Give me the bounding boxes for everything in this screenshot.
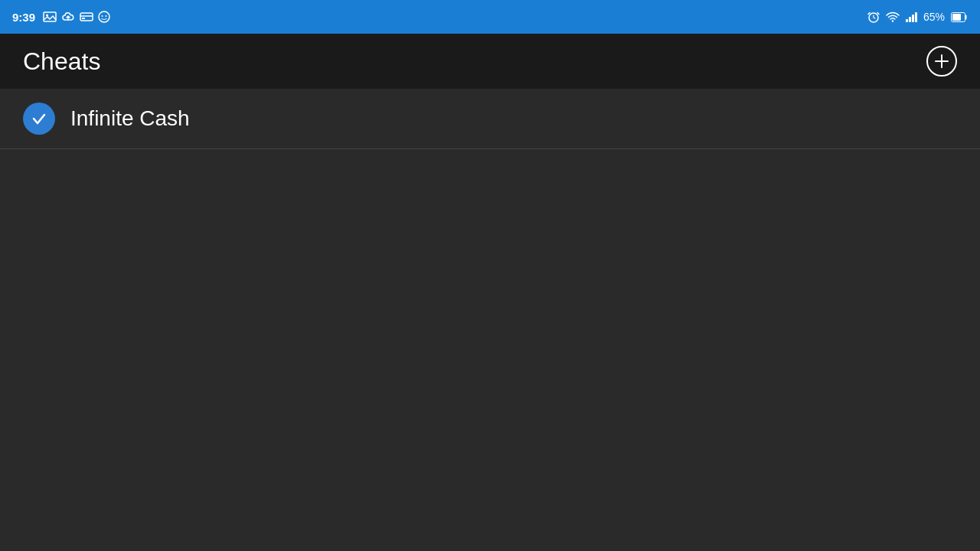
status-bar-left: 9:39 <box>12 11 110 24</box>
face-icon <box>98 11 110 23</box>
svg-point-1 <box>46 15 48 17</box>
add-button[interactable] <box>926 46 957 77</box>
status-bar-right: 65% <box>867 11 968 23</box>
signal-icon <box>906 11 917 22</box>
svg-point-9 <box>892 20 893 21</box>
check-icon <box>23 103 55 135</box>
status-time: 9:39 <box>12 11 35 24</box>
svg-rect-2 <box>80 13 93 21</box>
plus-icon <box>933 53 950 70</box>
status-bar: 9:39 <box>0 0 980 34</box>
svg-point-6 <box>102 15 103 17</box>
list-divider <box>0 148 980 149</box>
svg-rect-4 <box>82 18 85 19</box>
image-icon <box>43 11 57 22</box>
card-icon <box>80 11 93 22</box>
header: Cheats <box>0 34 980 89</box>
battery-icon <box>951 12 968 22</box>
battery-percent: 65% <box>923 11 945 23</box>
svg-rect-11 <box>952 14 961 21</box>
content: Infinite Cash <box>0 89 980 149</box>
page-title: Cheats <box>23 47 100 76</box>
svg-point-5 <box>99 11 109 22</box>
cheat-label: Infinite Cash <box>70 106 190 131</box>
wifi-icon <box>886 11 900 22</box>
checkmark-icon <box>31 110 47 127</box>
svg-point-7 <box>106 15 107 17</box>
cloud-icon <box>61 11 75 22</box>
alarm-icon <box>867 11 880 23</box>
status-icons <box>43 11 110 23</box>
list-item[interactable]: Infinite Cash <box>0 89 980 148</box>
